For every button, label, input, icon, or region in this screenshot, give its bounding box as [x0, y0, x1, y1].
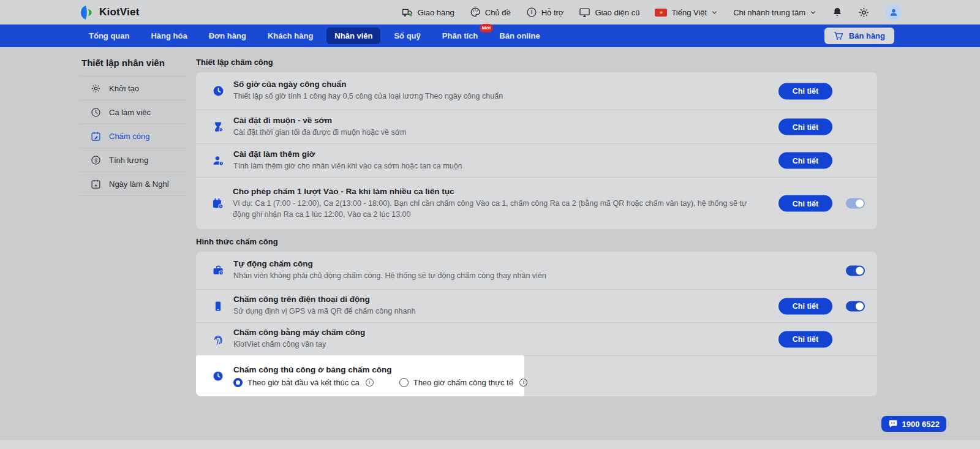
hourglass-icon — [212, 121, 224, 132]
setting-title: Cài đặt làm thêm giờ — [233, 149, 462, 159]
info-icon[interactable]: i — [366, 379, 374, 387]
setting-title: Chấm công bằng máy chấm công — [233, 328, 365, 337]
svg-text:$: $ — [94, 157, 97, 163]
tab-khach-hang[interactable]: Khách hàng — [260, 28, 321, 44]
tab-nhan-vien[interactable]: Nhân viên — [326, 28, 380, 44]
sidebar-item-tinh-luong[interactable]: $ Tính lương — [80, 148, 187, 172]
radio-option-actual-hours[interactable]: Theo giờ chấm công thực tế i — [399, 378, 527, 387]
setting-desc: Sử dụng định vị GPS và mã QR để chấm côn… — [233, 306, 415, 317]
menu-support[interactable]: ! Hỗ trợ — [526, 7, 564, 18]
attendance-methods-card: Tự động chấm công Nhân viên không phải c… — [196, 252, 877, 396]
vietnam-flag-icon: ★ — [655, 9, 667, 17]
section-title-hinh-thuc-cham-cong: Hình thức chấm công — [196, 237, 877, 246]
setting-title: Chấm công trên điện thoại di động — [233, 295, 415, 304]
svg-text:!: ! — [530, 9, 532, 15]
setting-row-late-early: Cài đặt đi muộn - về sớm Cài đặt thời gi… — [196, 110, 877, 144]
sell-button-label: Bán hàng — [849, 31, 885, 40]
radio-selected[interactable] — [233, 378, 243, 387]
tab-don-hang[interactable]: Đơn hàng — [201, 28, 254, 44]
setting-title: Tự động chấm công — [233, 259, 546, 268]
toggle-single-check[interactable] — [846, 198, 865, 209]
monitor-icon — [579, 7, 590, 18]
menu-support-label: Hỗ trợ — [541, 8, 564, 17]
detail-button[interactable]: Chi tiết — [778, 119, 832, 135]
top-header: KiotViet Giao hàng Chủ đề ! Hỗ trợ Giao … — [0, 0, 980, 25]
svg-text:★: ★ — [94, 183, 97, 187]
tab-ban-online[interactable]: Bán online — [491, 28, 548, 44]
toggle-mobile-attendance[interactable] — [846, 301, 865, 311]
gear-icon — [90, 83, 101, 94]
setting-desc: Tính làm thêm giờ cho nhân viên khi vào … — [233, 160, 462, 172]
radio-unselected[interactable] — [399, 378, 409, 387]
attendance-settings-card: Số giờ của ngày công chuẩn Thiết lập số … — [196, 72, 877, 229]
tab-phan-tich-label: Phân tích — [442, 31, 478, 40]
branch-selector[interactable]: Chi nhánh trung tâm — [733, 8, 816, 17]
chevron-down-icon — [711, 9, 718, 16]
bell-icon[interactable] — [832, 7, 843, 18]
phone-icon — [212, 301, 224, 312]
tab-tong-quan[interactable]: Tổng quan — [81, 28, 137, 44]
setting-row-overtime: Cài đặt làm thêm giờ Tính làm thêm giờ c… — [196, 144, 877, 178]
menu-delivery[interactable]: Giao hàng — [402, 7, 454, 18]
detail-button[interactable]: Chi tiết — [778, 298, 832, 314]
support-phone-label: 1900 6522 — [902, 420, 940, 429]
setting-title: Số giờ của ngày công chuẩn — [233, 80, 503, 89]
sell-button[interactable]: Bán hàng — [824, 28, 894, 44]
setting-desc: Cài đặt thời gian tối đa được đi muộn ho… — [233, 127, 406, 138]
calendar-star-icon: ★ — [90, 179, 101, 189]
brand-name: KiotViet — [99, 6, 140, 18]
radio-option-shift-hours[interactable]: Theo giờ bắt đầu và kết thúc ca i — [233, 378, 374, 387]
menu-legacy-ui[interactable]: Giao diện cũ — [579, 7, 639, 18]
setting-title: Cài đặt đi muộn - về sớm — [233, 116, 406, 125]
dollar-icon: $ — [90, 155, 101, 165]
support-hotline-button[interactable]: 1900 6522 — [881, 416, 946, 432]
sidebar-item-cham-cong[interactable]: Chấm công — [80, 124, 187, 148]
menu-delivery-label: Giao hàng — [418, 8, 454, 17]
setting-desc: Ví dụ: Ca 1 (7:00 - 12:00), Ca 2(13:00 -… — [233, 198, 764, 220]
cart-icon — [834, 31, 844, 41]
sidebar-title: Thiết lập nhân viên — [80, 58, 187, 68]
brand: KiotViet — [80, 5, 140, 20]
clock-icon — [90, 107, 101, 118]
main-navbar: Tổng quan Hàng hóa Đơn hàng Khách hàng N… — [0, 25, 980, 47]
branch-label: Chi nhánh trung tâm — [733, 8, 805, 17]
sidebar-item-label: Ngày làm & Nghỉ — [109, 179, 169, 189]
gear-icon[interactable] — [858, 7, 870, 18]
tab-phan-tich[interactable]: Phân tíchMới — [434, 28, 486, 44]
detail-button[interactable]: Chi tiết — [778, 331, 832, 347]
tab-hang-hoa[interactable]: Hàng hóa — [143, 28, 195, 44]
info-icon[interactable]: i — [519, 379, 527, 387]
briefcase-clock-icon — [212, 265, 224, 276]
sidebar-item-ca-lam-viec[interactable]: Ca làm việc — [80, 100, 187, 124]
menu-theme-label: Chủ đề — [485, 8, 511, 17]
sidebar-item-label: Ca làm việc — [109, 108, 151, 117]
sidebar-item-label: Tính lương — [109, 156, 148, 165]
sidebar-item-label: Chấm công — [109, 132, 149, 141]
menu-theme[interactable]: Chủ đề — [470, 7, 511, 18]
fingerprint-icon — [212, 334, 224, 345]
calendar-edit-icon — [90, 131, 101, 141]
delivery-truck-icon — [402, 7, 413, 18]
sidebar-item-khoi-tao[interactable]: Khởi tạo — [80, 77, 187, 100]
setting-row-machine-attendance: Chấm công bằng máy chấm công KiotViet ch… — [196, 323, 877, 356]
setting-row-mobile-attendance: Chấm công trên điện thoại di động Sử dụn… — [196, 290, 877, 323]
menu-legacy-ui-label: Giao diện cũ — [595, 8, 639, 17]
setting-desc: KiotViet chấm công vân tay — [233, 339, 365, 350]
sidebar-item-ngay-lam-nghi[interactable]: ★ Ngày làm & Nghỉ — [80, 172, 187, 196]
language-selector[interactable]: ★ Tiếng Việt — [655, 8, 718, 17]
setting-row-auto-attendance: Tự động chấm công Nhân viên không phải c… — [196, 252, 877, 290]
tab-so-quy[interactable]: Sổ quỹ — [386, 28, 428, 44]
setting-row-manual-attendance: Chấm công thủ công ở bảng chấm công Theo… — [196, 356, 877, 396]
radio-label: Theo giờ chấm công thực tế — [413, 378, 513, 387]
setting-desc: Nhân viên không phải chủ động chấm công.… — [233, 270, 546, 281]
language-label: Tiếng Việt — [671, 8, 707, 17]
detail-button[interactable]: Chi tiết — [778, 195, 832, 212]
setting-title: Cho phép chấm 1 lượt Vào - Ra khi làm nh… — [233, 187, 764, 196]
user-avatar[interactable] — [885, 4, 902, 21]
footer-strip — [0, 440, 980, 449]
detail-button[interactable]: Chi tiết — [778, 153, 832, 169]
palette-icon — [470, 7, 481, 18]
detail-button[interactable]: Chi tiết — [778, 83, 832, 99]
setting-title: Chấm công thủ công ở bảng chấm công — [233, 365, 527, 374]
toggle-auto-attendance[interactable] — [846, 265, 865, 276]
